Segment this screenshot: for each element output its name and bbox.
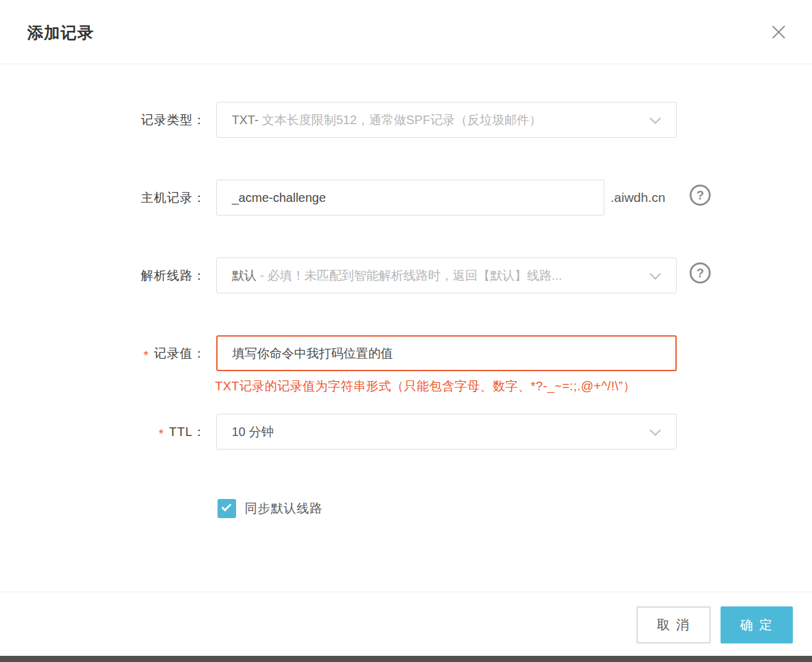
record-value-input[interactable]	[216, 335, 677, 371]
help-icon[interactable]: ?	[690, 185, 711, 206]
host-record-row: 主机记录： .aiwdh.cn ?	[0, 180, 812, 216]
required-asterisk: *	[143, 348, 149, 362]
line-desc: - 必填！未匹配到智能解析线路时，返回【默认】线路...	[256, 267, 562, 284]
ttl-label: * TTL：	[0, 414, 206, 450]
line-value: 默认	[232, 267, 256, 284]
chevron-down-icon	[649, 428, 658, 436]
sync-line-label: 同步默认线路	[245, 499, 323, 518]
dialog-title: 添加记录	[27, 22, 94, 44]
line-select[interactable]: 默认 - 必填！未匹配到智能解析线路时，返回【默认】线路...	[216, 258, 677, 293]
help-icon[interactable]: ?	[690, 262, 711, 283]
record-type-row: 记录类型： TXT- 文本长度限制512，通常做SPF记录（反垃圾邮件）	[0, 102, 812, 138]
ttl-row: * TTL： 10 分钟	[0, 414, 812, 450]
line-label: 解析线路：	[0, 258, 206, 293]
required-asterisk: *	[159, 427, 164, 441]
chevron-down-icon	[649, 116, 658, 124]
checkmark-icon	[221, 501, 231, 511]
record-value-label: * 记录值：	[0, 335, 206, 371]
close-icon[interactable]	[768, 21, 790, 43]
sync-line-checkbox[interactable]	[218, 499, 236, 518]
sync-line-row: 同步默认线路	[0, 499, 812, 519]
record-value-row: * 记录值：	[0, 335, 812, 371]
host-record-input[interactable]	[216, 180, 604, 216]
ttl-value: 10 分钟	[232, 424, 274, 440]
footer-divider	[0, 592, 812, 592]
record-type-value: TXT-	[232, 113, 258, 127]
confirm-button[interactable]: 确 定	[721, 606, 793, 643]
page-overlay-edge	[0, 656, 812, 662]
ttl-select[interactable]: 10 分钟	[216, 414, 677, 450]
record-value-hint: TXT记录的记录值为字符串形式（只能包含字母、数字、*?-_~=:;.@+^/!…	[215, 378, 636, 395]
record-type-desc: 文本长度限制512，通常做SPF记录（反垃圾邮件）	[258, 112, 541, 128]
host-record-label: 主机记录：	[0, 180, 206, 216]
chevron-down-icon	[649, 272, 658, 280]
domain-suffix: .aiwdh.cn	[611, 180, 666, 216]
line-row: 解析线路： 默认 - 必填！未匹配到智能解析线路时，返回【默认】线路... ?	[0, 258, 812, 293]
record-type-label: 记录类型：	[0, 102, 206, 138]
record-type-select[interactable]: TXT- 文本长度限制512，通常做SPF记录（反垃圾邮件）	[216, 102, 677, 138]
cancel-button[interactable]: 取 消	[636, 606, 711, 643]
add-record-dialog: 添加记录 记录类型： TXT- 文本长度限制512，通常做SPF记录（反垃圾邮件…	[0, 0, 812, 662]
header-divider	[0, 64, 812, 64]
